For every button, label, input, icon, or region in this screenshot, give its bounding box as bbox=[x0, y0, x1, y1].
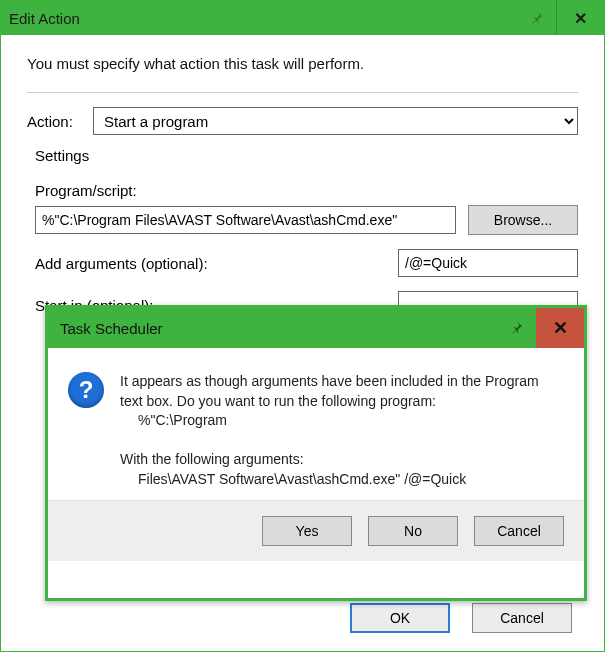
cancel-button[interactable]: Cancel bbox=[472, 603, 572, 633]
task-scheduler-footer: Yes No Cancel bbox=[48, 501, 584, 561]
pin-icon[interactable] bbox=[516, 10, 556, 27]
arguments-row: Add arguments (optional): bbox=[35, 249, 578, 277]
instruction-text: You must specify what action this task w… bbox=[27, 55, 578, 72]
edit-action-title: Edit Action bbox=[9, 10, 80, 27]
msg-line2: With the following arguments: bbox=[120, 450, 564, 470]
browse-button[interactable]: Browse... bbox=[468, 205, 578, 235]
program-label: Program/script: bbox=[35, 182, 578, 199]
dialog-message: It appears as though arguments have been… bbox=[120, 372, 564, 490]
arguments-label: Add arguments (optional): bbox=[35, 255, 208, 272]
settings-header: Settings bbox=[35, 147, 578, 164]
task-scheduler-titlebar[interactable]: Task Scheduler ✕ bbox=[48, 308, 584, 348]
no-button[interactable]: No bbox=[368, 516, 458, 546]
arguments-input[interactable] bbox=[398, 249, 578, 277]
msg-args: Files\AVAST Software\Avast\ashCmd.exe" /… bbox=[138, 470, 564, 490]
edit-action-window: Edit Action ✕ You must specify what acti… bbox=[0, 0, 605, 652]
close-button[interactable]: ✕ bbox=[556, 1, 604, 35]
msg-program: %"C:\Program bbox=[138, 411, 564, 431]
action-row: Action: Start a program bbox=[27, 107, 578, 135]
task-scheduler-title: Task Scheduler bbox=[60, 320, 163, 337]
program-input[interactable] bbox=[35, 206, 456, 234]
edit-action-titlebar[interactable]: Edit Action ✕ bbox=[1, 1, 604, 35]
divider bbox=[27, 92, 578, 93]
task-scheduler-dialog: Task Scheduler ✕ ? It appears as though … bbox=[45, 305, 587, 601]
action-select[interactable]: Start a program bbox=[93, 107, 578, 135]
question-icon: ? bbox=[68, 372, 104, 408]
close-button[interactable]: ✕ bbox=[536, 308, 584, 348]
yes-button[interactable]: Yes bbox=[262, 516, 352, 546]
program-block: Program/script: Browse... bbox=[35, 182, 578, 235]
ok-button[interactable]: OK bbox=[350, 603, 450, 633]
pin-icon[interactable] bbox=[496, 320, 536, 337]
dialog-cancel-button[interactable]: Cancel bbox=[474, 516, 564, 546]
msg-line1: It appears as though arguments have been… bbox=[120, 372, 564, 411]
edit-action-footer: OK Cancel bbox=[350, 603, 572, 633]
task-scheduler-body: ? It appears as though arguments have be… bbox=[48, 348, 584, 500]
action-label: Action: bbox=[27, 113, 83, 130]
